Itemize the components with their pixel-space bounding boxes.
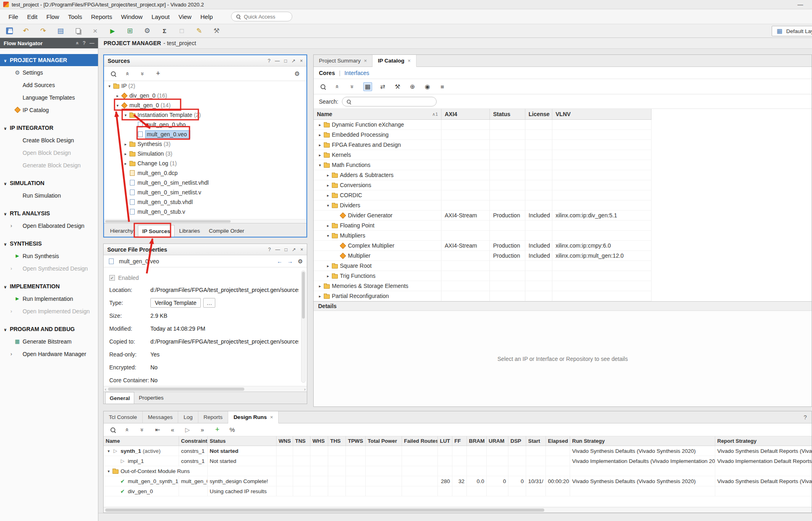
catalog-search-input[interactable] [354,98,433,104]
tree-expander-icon[interactable]: ▸ [123,161,129,166]
delete-icon[interactable] [91,27,100,35]
flow-nav-item[interactable]: IP Catalog [0,104,98,116]
flow-nav-item[interactable]: Language Templates [0,91,98,104]
more-options-button[interactable] [203,298,215,308]
edit-pencil-icon[interactable] [195,27,204,35]
search-icon[interactable] [110,71,117,77]
create-run-icon[interactable] [213,425,222,434]
menu-item[interactable]: Reports [87,12,117,22]
design-run-row[interactable]: ▾ Out-of-Context Module Runs [104,466,812,476]
license-status-icon[interactable] [423,82,432,91]
design-run-row[interactable]: div_gen_0 Using cached IP results [104,486,812,496]
runs-horizontal-scrollbar[interactable] [104,507,812,513]
tree-expander-icon[interactable]: ▾ [106,84,112,88]
catalog-search-box[interactable] [342,97,437,106]
menu-item[interactable]: File [4,12,23,22]
web-icon[interactable] [408,82,417,91]
menu-item[interactable]: Layout [147,12,174,22]
expand-all-icon[interactable] [348,82,357,91]
ip-catalog-row[interactable]: ▸ Conversions [314,180,652,190]
undo-icon[interactable] [21,27,30,35]
minimize-navigator-icon[interactable] [90,40,94,46]
flow-nav-item[interactable]: Run Simulation [0,189,98,202]
sum-reports-icon[interactable] [160,27,169,35]
close-tab-icon[interactable] [408,58,411,64]
column-header[interactable]: Elapsed [546,436,570,446]
expand-all-icon[interactable] [138,425,147,434]
source-tree-item[interactable]: mult_gen_0.vho [104,120,306,129]
column-header[interactable]: URAM [487,436,508,446]
bottom-tab[interactable]: Design Runs [228,411,279,423]
close-tab-icon[interactable] [270,414,273,420]
tree-expander-icon[interactable]: ▸ [325,173,331,177]
bottom-tab[interactable]: Tcl Console [104,411,143,423]
quick-access-input[interactable] [244,14,284,20]
enabled-checkbox[interactable] [109,275,115,281]
column-header[interactable]: FF [452,436,467,446]
tree-expander-icon[interactable]: ▸ [325,193,331,198]
tree-expander-icon[interactable]: ▸ [123,142,129,146]
flow-nav-item[interactable]: Open Hardware Manager [0,348,98,360]
column-header[interactable]: Run Strategy [570,436,715,446]
column-header[interactable]: Total Power [366,436,402,446]
scroll-left-icon[interactable]: ‹ [105,387,106,392]
tree-expander-icon[interactable]: ▸ [115,94,121,98]
tree-expander-icon[interactable]: ▸ [317,153,323,157]
flow-nav-section-header[interactable]: PROJECT MANAGER [0,54,98,66]
flow-nav-item[interactable]: Settings [0,66,98,79]
column-header-status[interactable]: Status [490,109,525,119]
tree-expander-icon[interactable]: ▾ [115,103,121,108]
ip-catalog-row[interactable]: ▸ Partial Reconfiguration [314,291,652,301]
flow-nav-item[interactable]: Add Sources [0,79,98,91]
panel-minimize-icon[interactable] [275,58,280,64]
column-header[interactable]: DSP [508,436,526,446]
tree-expander-icon[interactable]: ▸ [317,143,323,147]
tree-expander-icon[interactable]: ▸ [317,284,323,288]
tree-expander-icon[interactable]: ▾ [123,113,129,117]
source-tree-item[interactable]: mult_gen_0_sim_netlist.vhdl [104,178,306,188]
tree-expander-icon[interactable]: ▸ [317,123,323,127]
refresh-repository-icon[interactable] [378,82,387,91]
sources-view-tab[interactable]: Libraries [175,225,204,237]
tree-expander-icon[interactable]: ▸ [325,274,331,278]
column-header[interactable]: Report Strategy [715,436,812,446]
tree-expander-icon[interactable]: ▾ [325,203,331,208]
source-tree-item[interactable]: ▸ Change Log(1) [104,158,306,168]
source-tree-item[interactable]: mult_gen_0_stub.vhdl [104,197,306,207]
cores-subtab[interactable]: Cores [319,70,335,76]
column-header[interactable]: WNS [277,436,293,446]
column-header[interactable]: TNS [293,436,310,446]
column-header[interactable]: LUT [438,436,452,446]
ip-catalog-row[interactable]: ▸ FPGA Features and Design [314,140,652,150]
add-sources-icon[interactable] [154,69,162,78]
scrollbar-thumb[interactable] [108,388,245,391]
relative-units-icon[interactable] [228,425,237,434]
tree-expander-icon[interactable]: ▸ [325,223,331,228]
column-header[interactable]: Constraints [179,436,208,446]
interfaces-subtab[interactable]: Interfaces [344,70,369,76]
save-icon[interactable] [6,27,13,34]
source-tree-item[interactable]: mult_gen_0_sim_netlist.v [104,188,306,197]
first-run-icon[interactable] [153,425,162,434]
tree-expander-icon[interactable]: ▾ [325,233,331,238]
source-tree-item[interactable]: ▾ IP(2) [104,81,306,91]
panel-help-icon[interactable] [268,247,271,252]
ip-catalog-row[interactable]: Multiplier Production Included xilinx.co… [314,251,652,261]
collapse-all-icon[interactable] [124,69,133,78]
previous-object-icon[interactable] [277,258,282,265]
report-icon[interactable] [56,27,65,35]
launch-runs-icon[interactable] [183,425,192,434]
menu-item[interactable]: Edit [23,12,42,22]
next-object-icon[interactable] [287,258,293,265]
panel-help-icon[interactable] [804,414,807,421]
default-layout-button[interactable]: Default Layout [772,26,812,36]
column-header[interactable]: Name [104,436,179,446]
properties-view-tab[interactable]: General [105,392,134,404]
flow-nav-item[interactable]: Generate Bitstream [0,335,98,348]
column-header[interactable]: TPWS [346,436,366,446]
quick-access-search[interactable] [231,12,292,21]
copy-icon[interactable] [73,27,82,35]
ip-catalog-row[interactable]: ▸ Memories & Storage Elements [314,281,652,291]
collapse-all-icon[interactable] [123,425,132,434]
properties-vertical-scrollbar[interactable] [301,271,306,383]
